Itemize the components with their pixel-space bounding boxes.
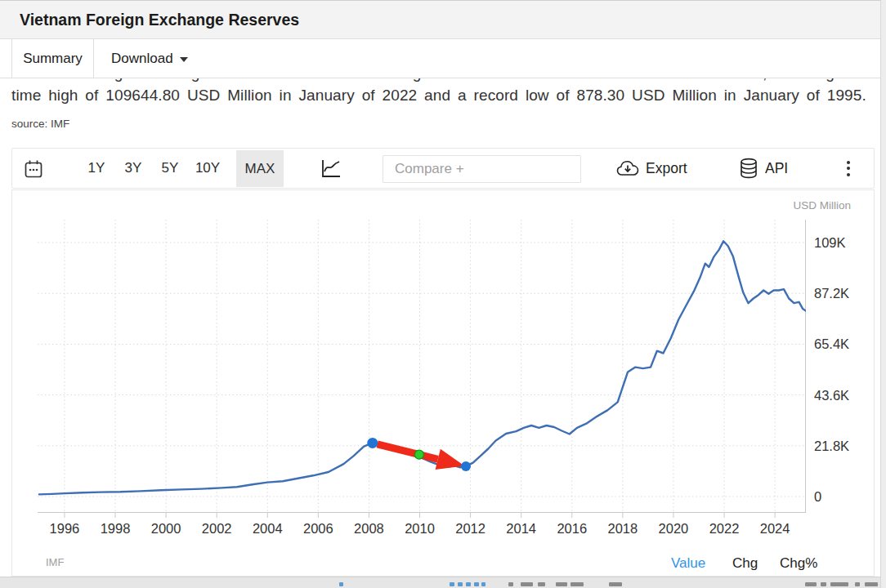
chart-container: USD Million 109K87.2K65.4K43.6K21.8K0 19…	[11, 189, 875, 577]
page-header: Vietnam Foreign Exchange Reserves	[0, 0, 886, 39]
y-tick-label: 65.4K	[814, 336, 871, 352]
clipped-text-fragment	[556, 582, 567, 586]
clipped-text-fragment	[521, 582, 533, 586]
database-icon	[739, 158, 758, 179]
clipped-text-fragment	[339, 582, 343, 586]
range-button-max-active[interactable]: MAX	[236, 150, 284, 187]
clipped-text-fragment	[466, 582, 471, 586]
range-button-10y[interactable]: 10Y	[188, 149, 227, 188]
x-tick-label: 2014	[497, 520, 546, 537]
line-chart-plot[interactable]	[38, 220, 806, 520]
api-label: API	[765, 160, 788, 177]
x-tick-label: 2016	[548, 520, 597, 537]
x-tick-label: 2012	[446, 520, 495, 537]
source-label: source: IMF	[11, 118, 69, 130]
page-title: Vietnam Foreign Exchange Reserves	[20, 11, 299, 29]
page: Vietnam Foreign Exchange Reserves Summar…	[0, 0, 886, 588]
footer-link-value[interactable]: Value	[671, 555, 705, 572]
scrollbar-track[interactable]	[880, 0, 886, 588]
x-tick-label: 2022	[700, 520, 749, 537]
x-tick-label: 2006	[293, 520, 342, 537]
footer-link-chg-percent[interactable]: Chg%	[780, 555, 817, 572]
clipped-text-fragment	[571, 582, 584, 586]
clipped-text-fragment	[805, 582, 817, 586]
range-button-5y[interactable]: 5Y	[154, 149, 186, 188]
calendar-icon	[24, 159, 43, 179]
chart-source-watermark: IMF	[46, 556, 64, 568]
clipped-text-fragment	[865, 582, 878, 586]
tab-download-label: Download	[111, 51, 173, 66]
description: of 2025. Foreign Exchange Reserves in Vi…	[11, 78, 875, 109]
clipped-text-fragment	[508, 582, 513, 586]
description-clipped-line: of 2025. Foreign Exchange Reserves in Vi…	[11, 78, 875, 84]
api-button[interactable]: API	[739, 149, 788, 188]
x-tick-label: 1998	[91, 520, 140, 537]
clipped-text-fragment	[538, 582, 545, 586]
chart-unit-label: USD Million	[793, 199, 851, 212]
y-tick-label: 43.6K	[814, 387, 871, 403]
export-button[interactable]: Export	[616, 149, 687, 188]
clipped-text-fragment	[830, 582, 848, 586]
tab-bar: Summary Download	[0, 39, 880, 78]
description-line: time high of 109644.80 USD Million in Ja…	[11, 84, 875, 106]
kebab-menu-icon	[847, 161, 850, 164]
x-tick-label: 2004	[243, 520, 292, 537]
calendar-button[interactable]	[24, 159, 43, 179]
cloud-download-icon	[616, 159, 639, 177]
range-button-1y[interactable]: 1Y	[81, 149, 112, 188]
x-tick-label: 2002	[192, 520, 241, 537]
clipped-table-row	[0, 577, 880, 588]
clipped-text-fragment	[821, 582, 826, 586]
clipped-text-fragment	[855, 582, 860, 586]
x-tick-label: 2008	[344, 520, 393, 537]
chart-toolbar: 1Y 3Y 5Y 10Y MAX Export	[11, 148, 875, 189]
x-tick-label: 2024	[750, 520, 799, 537]
tab-summary[interactable]: Summary	[11, 39, 94, 78]
y-tick-label: 87.2K	[814, 285, 871, 301]
range-button-3y[interactable]: 3Y	[118, 149, 149, 188]
compare-input[interactable]	[383, 155, 581, 183]
clipped-text-fragment	[450, 582, 454, 586]
more-options-button[interactable]	[836, 149, 861, 188]
clipped-text-fragment	[474, 582, 479, 586]
clipped-text-fragment	[481, 582, 486, 586]
y-tick-label: 0	[814, 488, 871, 505]
download-caret-icon	[180, 57, 188, 62]
y-tick-label: 21.8K	[814, 438, 871, 454]
tab-download[interactable]: Download	[106, 39, 193, 78]
y-axis-labels: 109K87.2K65.4K43.6K21.8K0	[814, 220, 875, 530]
x-tick-label: 1996	[40, 520, 89, 537]
footer-link-chg[interactable]: Chg	[732, 555, 758, 572]
clipped-text-fragment	[458, 582, 463, 586]
x-tick-label: 2020	[649, 520, 698, 537]
line-chart-icon	[320, 158, 342, 179]
x-tick-label: 2000	[141, 520, 190, 537]
clipped-text-fragment	[609, 582, 622, 586]
x-tick-label: 2018	[598, 520, 647, 537]
y-tick-label: 109K	[814, 234, 871, 251]
chart-type-button[interactable]	[320, 158, 342, 179]
x-tick-label: 2010	[396, 520, 445, 537]
export-label: Export	[646, 160, 687, 177]
